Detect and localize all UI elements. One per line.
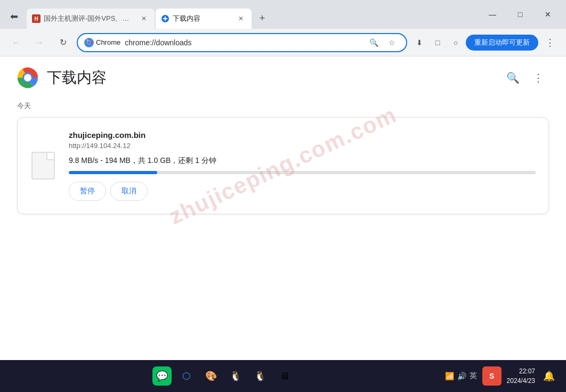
account-button[interactable]: ○ (448, 35, 464, 51)
page-actions: 🔍 ⋮ (502, 67, 549, 88)
download-info: zhujiceping.com.bin http://149.104.24.12… (69, 130, 536, 201)
tab1-title: 国外主机测评-国外VPS、国外... (44, 14, 135, 23)
toolbar: ← → ↻ Chrome chrome://downloads 🔍 ☆ ⬇ □ … (0, 29, 566, 56)
file-icon-area (28, 130, 58, 201)
taskbar-wifi-icon[interactable]: 📶 (445, 372, 454, 380)
page-content: 下载内容 🔍 ⋮ 今天 zhujiceping.com.com zhujicep… (0, 56, 566, 360)
new-tab-button[interactable]: + (255, 11, 270, 26)
taskbar-icons: 💬 ⬡ 🎨 🐧 🐧 🖥 (9, 366, 439, 386)
maximize-button[interactable]: □ (508, 6, 532, 23)
taskbar-date-display: 2024/4/23 (507, 376, 535, 386)
address-url: chrome://downloads (125, 38, 361, 47)
taskbar-icon-qq2[interactable]: 🐧 (250, 366, 270, 386)
titlebar: ⬅ H 国外主机测评-国外VPS、国外... ✕ 下载内容 ✕ (0, 0, 566, 29)
window-controls: — □ ✕ (481, 6, 560, 23)
system-tray: 📶 🔊 英 (445, 371, 477, 381)
taskbar-notification-button[interactable]: 🔔 (540, 368, 557, 385)
progress-bar-background (69, 171, 536, 174)
taskbar-volume-icon[interactable]: 🔊 (457, 372, 466, 380)
tab-active[interactable]: 下载内容 ✕ (156, 9, 252, 29)
svg-text:H: H (34, 16, 38, 22)
chrome-menu-button[interactable]: ⋮ (540, 33, 560, 52)
tab-back-button[interactable]: ⬅ (4, 6, 23, 27)
page-title-area: 下载内容 (17, 67, 107, 88)
tab1-close[interactable]: ✕ (139, 13, 149, 24)
taskbar-icon-color[interactable]: 🎨 (201, 366, 221, 386)
taskbar-icon-qq1[interactable]: 🐧 (226, 366, 245, 386)
download-card: zhujiceping.com.bin http://149.104.24.12… (17, 117, 549, 214)
forward-button[interactable]: → (30, 33, 49, 52)
taskbar-icon-wechat[interactable]: 💬 (152, 366, 172, 386)
tab-bar: ⬅ H 国外主机测评-国外VPS、国外... ✕ 下载内容 ✕ (4, 0, 270, 29)
tab1-favicon: H (32, 14, 41, 23)
taskbar-time-display: 22:07 (507, 366, 535, 376)
chrome-logo-large (17, 67, 38, 88)
tab2-title: 下载内容 (173, 14, 232, 23)
progress-bar-fill (69, 171, 157, 174)
reader-mode-button[interactable]: □ (430, 35, 446, 51)
chrome-logo-small (84, 38, 94, 47)
taskbar-icon-bluetooth[interactable]: ⬡ (177, 366, 196, 386)
taskbar-icon-pc[interactable]: 🖥 (275, 366, 294, 386)
taskbar-language[interactable]: 英 (470, 371, 477, 381)
bookmark-button[interactable]: ☆ (384, 35, 400, 51)
minimize-button[interactable]: — (481, 6, 504, 23)
address-bar[interactable]: Chrome chrome://downloads 🔍 ☆ (77, 33, 407, 52)
download-section: zhujiceping.com.com zhujiceping.com.bin … (17, 117, 549, 214)
back-button[interactable]: ← (6, 33, 26, 52)
svg-point-4 (87, 41, 91, 44)
close-button[interactable]: ✕ (536, 6, 560, 23)
download-status-button[interactable]: ⬇ (411, 35, 427, 51)
page-title: 下载内容 (47, 68, 107, 88)
download-filename: zhujiceping.com.bin (69, 130, 536, 140)
taskbar-right: 📶 🔊 英 S 22:07 2024/4/23 🔔 (445, 366, 557, 386)
download-status: 9.8 MB/s - 194 MB，共 1.0 GB，还剩 1 分钟 (69, 156, 536, 166)
page-menu-button[interactable]: ⋮ (528, 67, 549, 88)
address-icons: 🔍 ☆ (366, 35, 400, 51)
page-search-button[interactable]: 🔍 (502, 67, 523, 88)
taskbar-sougou-badge[interactable]: S (482, 366, 502, 386)
search-address-button[interactable]: 🔍 (366, 35, 382, 51)
cancel-button[interactable]: 取消 (110, 182, 148, 201)
file-icon (31, 152, 55, 179)
notification-icon: 🔔 (543, 370, 555, 382)
update-button[interactable]: 重新启动即可更新 (466, 35, 538, 51)
pause-button[interactable]: 暂停 (69, 182, 106, 201)
refresh-button[interactable]: ↻ (53, 33, 72, 52)
taskbar-clock[interactable]: 22:07 2024/4/23 (507, 366, 535, 386)
toolbar-right: ⬇ □ ○ 重新启动即可更新 ⋮ (411, 33, 560, 52)
download-buttons: 暂停 取消 (69, 182, 536, 201)
page-header: 下载内容 🔍 ⋮ (17, 67, 549, 88)
address-brand: Chrome (84, 38, 120, 47)
address-brand-label: Chrome (96, 38, 120, 46)
svg-point-7 (24, 74, 31, 81)
taskbar: 💬 ⬡ 🎨 🐧 🐧 🖥 📶 🔊 英 S (0, 360, 566, 392)
tab2-favicon (161, 14, 169, 23)
tab-inactive[interactable]: H 国外主机测评-国外VPS、国外... ✕ (27, 9, 155, 29)
download-url: http://149.104.24.12 (69, 142, 536, 150)
section-label: 今天 (17, 101, 549, 111)
tab2-close[interactable]: ✕ (236, 13, 246, 24)
